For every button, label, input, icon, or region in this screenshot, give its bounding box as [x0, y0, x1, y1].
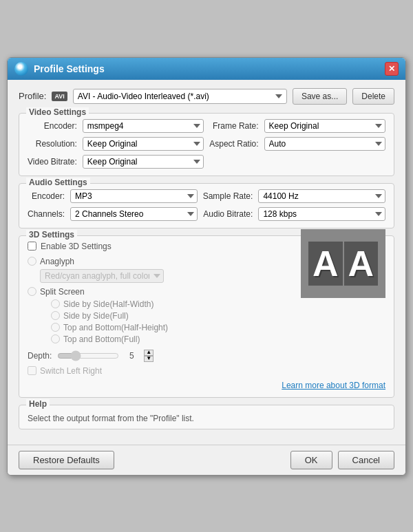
depth-slider[interactable]: [57, 350, 119, 361]
app-icon: [14, 62, 28, 76]
3d-bottom-left: Depth: 5 ▲ ▼ Switch Left Right: [28, 350, 153, 376]
cancel-button[interactable]: Cancel: [338, 451, 394, 469]
profile-row: Profile: AVI AVI - Audio-Video Interleav…: [19, 88, 394, 105]
top-bottom-full-radio[interactable]: [51, 334, 60, 343]
footer-right-buttons: OK Cancel: [290, 451, 394, 469]
audio-settings-title: Audio Settings: [26, 178, 90, 187]
sample-rate-dropdown[interactable]: 44100 Hz: [258, 189, 385, 203]
dialog-title: Profile Settings: [34, 63, 105, 74]
enable-3d-checkbox[interactable]: [28, 242, 36, 251]
frame-rate-label: Frame Rate:: [209, 121, 258, 131]
audio-bitrate-dropdown[interactable]: 128 kbps: [258, 207, 385, 221]
top-bottom-full-label: Top and Bottom(Full): [63, 334, 140, 344]
audio-settings-section: Audio Settings Encoder: MP3 Sample Rate:…: [19, 183, 394, 228]
preview-aa-display: A A: [308, 242, 378, 286]
dialog-content: Profile: AVI AVI - Audio-Video Interleav…: [8, 80, 405, 445]
depth-label: Depth:: [28, 351, 52, 361]
audio-settings-grid: Encoder: MP3 Sample Rate: 44100 Hz Chann…: [28, 189, 385, 221]
footer: Restore Defaults OK Cancel: [8, 445, 405, 475]
profile-settings-dialog: Profile Settings ✕ Profile: AVI AVI - Au…: [7, 57, 406, 476]
help-section: Help Select the output format from the "…: [19, 405, 394, 429]
3d-controls: Anaglyph Red/cyan anaglyph, full color S…: [28, 257, 286, 376]
anaglyph-label: Anaglyph: [40, 257, 74, 266]
top-bottom-half-option: Top and Bottom(Half-Height): [51, 323, 286, 332]
help-title: Help: [26, 399, 50, 409]
switch-left-right-checkbox[interactable]: [28, 366, 36, 375]
save-as-button[interactable]: Save as...: [293, 88, 347, 105]
resolution-label: Resolution:: [28, 139, 77, 149]
split-screen-option: Split Screen: [28, 287, 286, 297]
title-bar-left: Profile Settings: [14, 62, 105, 76]
side-by-side-half-label: Side by Side(Half-Width): [63, 299, 153, 309]
side-by-side-full-option: Side by Side(Full): [51, 311, 286, 321]
side-by-side-full-label: Side by Side(Full): [63, 311, 129, 321]
video-settings-title: Video Settings: [26, 107, 89, 117]
encoder-dropdown[interactable]: msmpeg4: [83, 119, 204, 133]
split-screen-radio[interactable]: [28, 287, 36, 296]
channels-label: Channels:: [28, 209, 65, 219]
video-settings-section: Video Settings Encoder: msmpeg4 Frame Ra…: [19, 113, 394, 176]
side-by-side-full-radio[interactable]: [51, 311, 60, 320]
learn-more-container: Learn more about 3D format: [28, 380, 385, 390]
3d-main-content: Anaglyph Red/cyan anaglyph, full color S…: [28, 257, 385, 376]
learn-more-link[interactable]: Learn more about 3D format: [282, 381, 385, 390]
audio-encoder-label: Encoder:: [28, 191, 65, 201]
3d-settings-section: 3D Settings Enable 3D Settings Anaglyph …: [19, 235, 394, 398]
split-screen-sub-options: Side by Side(Half-Width) Side by Side(Fu…: [40, 299, 286, 344]
ok-button[interactable]: OK: [290, 451, 332, 469]
preview-box: A A: [301, 229, 385, 298]
resolution-dropdown[interactable]: Keep Original: [83, 137, 204, 151]
frame-rate-dropdown[interactable]: Keep Original: [264, 119, 385, 133]
depth-row: Depth: 5 ▲ ▼: [28, 350, 153, 362]
top-bottom-half-radio[interactable]: [51, 323, 60, 332]
anaglyph-option: Anaglyph: [28, 257, 286, 266]
help-text: Select the output format from the "Profi…: [28, 414, 385, 423]
enable-3d-label: Enable 3D Settings: [41, 242, 112, 251]
preview-a-left: A: [308, 242, 343, 286]
3d-settings-title: 3D Settings: [26, 230, 77, 240]
top-bottom-half-label: Top and Bottom(Half-Height): [63, 323, 168, 332]
encoder-label: Encoder:: [28, 121, 77, 131]
video-bitrate-label: Video Bitrate:: [28, 157, 77, 167]
close-button[interactable]: ✕: [385, 62, 399, 76]
title-bar: Profile Settings ✕: [8, 58, 405, 80]
switch-left-right-row: Switch Left Right: [28, 366, 153, 376]
video-settings-grid: Encoder: msmpeg4 Frame Rate: Keep Origin…: [28, 119, 385, 169]
depth-down-button[interactable]: ▼: [144, 356, 153, 362]
switch-left-right-label: Switch Left Right: [40, 366, 102, 376]
sample-rate-label: Sample Rate:: [203, 191, 253, 201]
audio-bitrate-label: Audio Bitrate:: [203, 209, 253, 219]
video-bitrate-dropdown[interactable]: Keep Original: [83, 155, 204, 169]
top-bottom-full-option: Top and Bottom(Full): [51, 334, 286, 344]
profile-dropdown[interactable]: AVI - Audio-Video Interleaved (*.avi): [73, 89, 287, 104]
side-by-side-half-radio[interactable]: [51, 299, 60, 308]
depth-value: 5: [125, 351, 138, 361]
channels-dropdown[interactable]: 2 Channels Stereo: [70, 207, 198, 221]
preview-container: A A: [293, 257, 385, 376]
restore-defaults-button[interactable]: Restore Defaults: [19, 451, 114, 469]
profile-label: Profile:: [19, 91, 46, 101]
delete-button[interactable]: Delete: [352, 88, 394, 105]
audio-encoder-dropdown[interactable]: MP3: [70, 189, 198, 203]
anaglyph-radio[interactable]: [28, 257, 36, 266]
anaglyph-dropdown[interactable]: Red/cyan anaglyph, full color: [40, 269, 164, 283]
split-screen-label: Split Screen: [40, 287, 85, 297]
preview-a-right: A: [344, 242, 379, 286]
3d-bottom-row: Depth: 5 ▲ ▼ Switch Left Right: [28, 350, 286, 376]
depth-spinner: ▲ ▼: [144, 350, 153, 362]
profile-format-icon: AVI: [52, 92, 67, 101]
aspect-ratio-label: Aspect Ratio:: [209, 139, 258, 149]
aspect-ratio-dropdown[interactable]: Auto: [264, 137, 385, 151]
side-by-side-half-option: Side by Side(Half-Width): [51, 299, 286, 309]
